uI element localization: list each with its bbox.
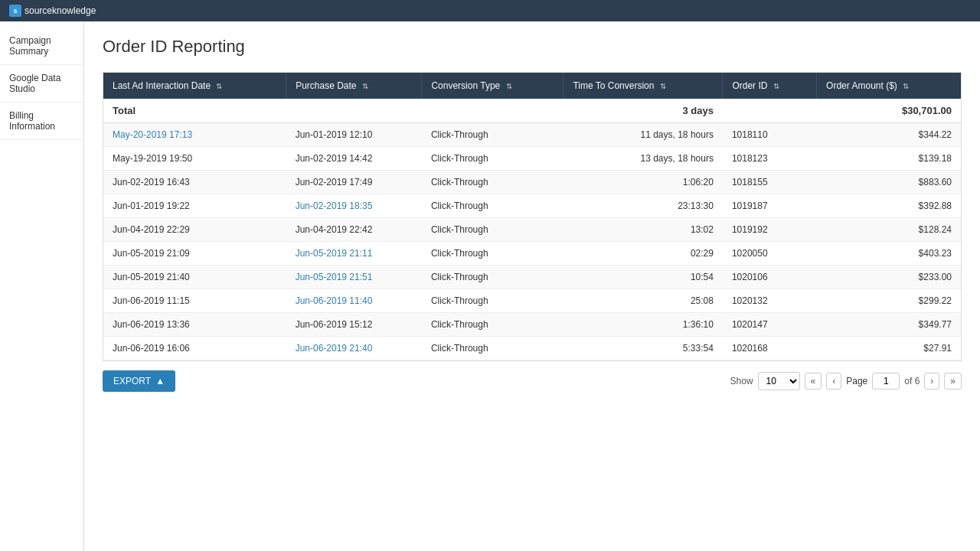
- col-purchase-date[interactable]: Purchase Date ⇅: [286, 73, 422, 99]
- sidebar-item-label: Campaign Summary: [9, 35, 51, 57]
- table-row: Jun-06-2019 11:15 Jun-06-2019 11:40 Clic…: [103, 289, 961, 313]
- cell-conversion: Click-Through: [422, 337, 564, 360]
- cell-purchase: Jun-06-2019 15:12: [286, 313, 422, 337]
- cell-purchase[interactable]: Jun-06-2019 11:40: [286, 289, 422, 313]
- cell-last-ad: Jun-01-2019 19:22: [103, 194, 286, 218]
- cell-conversion: Click-Through: [422, 242, 564, 266]
- cell-purchase[interactable]: Jun-06-2019 21:40: [286, 337, 422, 360]
- cell-order-id: 1019187: [723, 194, 817, 218]
- sort-icon: ⇅: [903, 82, 909, 90]
- sidebar: Campaign Summary Google Data Studio Bill…: [0, 21, 84, 551]
- total-label: Total: [103, 99, 286, 123]
- next-page-button[interactable]: ›: [924, 373, 939, 390]
- cell-conversion: Click-Through: [422, 194, 564, 218]
- cell-time: 10:54: [564, 266, 723, 289]
- cell-order-id: 1020147: [723, 313, 817, 337]
- cell-last-ad: Jun-06-2019 13:36: [103, 313, 286, 337]
- page-title: Order ID Reporting: [103, 37, 962, 57]
- logo-icon: s: [9, 5, 21, 17]
- sort-icon: ⇅: [362, 82, 368, 90]
- cell-amount: $883.60: [817, 171, 961, 194]
- cell-time: 13 days, 18 hours: [564, 147, 723, 171]
- cell-purchase: Jun-02-2019 14:42: [286, 147, 422, 171]
- cell-time: 1:36:10: [564, 313, 723, 337]
- cell-purchase: Jun-01-2019 12:10: [286, 123, 422, 147]
- table-header-row: Last Ad Interaction Date ⇅ Purchase Date…: [103, 73, 961, 99]
- of-pages-label: of 6: [904, 376, 920, 386]
- cell-order-id: 1020050: [723, 242, 817, 266]
- cell-amount: $403.23: [817, 242, 961, 266]
- page-label: Page: [846, 376, 867, 386]
- table-row: Jun-01-2019 19:22 Jun-02-2019 18:35 Clic…: [103, 194, 961, 218]
- cell-time: 13:02: [564, 218, 723, 242]
- data-table-container: Last Ad Interaction Date ⇅ Purchase Date…: [103, 72, 962, 361]
- cell-last-ad: Jun-06-2019 11:15: [103, 289, 286, 313]
- cell-order-id: 1018110: [723, 123, 817, 147]
- cell-purchase: Jun-04-2019 22:42: [286, 218, 422, 242]
- cell-conversion: Click-Through: [422, 123, 564, 147]
- cell-last-ad: May-19-2019 19:50: [103, 147, 286, 171]
- sidebar-item-google-data-studio[interactable]: Google Data Studio: [0, 65, 83, 103]
- cell-time: 25:08: [564, 289, 723, 313]
- col-order-id[interactable]: Order ID ⇅: [723, 73, 817, 99]
- cell-amount: $349.77: [817, 313, 961, 337]
- cell-conversion: Click-Through: [422, 313, 564, 337]
- logo: s sourceknowledge: [9, 5, 96, 17]
- topbar: s sourceknowledge: [0, 0, 980, 21]
- table-row: Jun-05-2019 21:09 Jun-05-2019 21:11 Clic…: [103, 242, 961, 266]
- cell-amount: $344.22: [817, 123, 961, 147]
- pagination-controls: Show 102550100 « ‹ Page of 6 › »: [730, 372, 962, 390]
- sidebar-item-label: Billing Information: [9, 110, 55, 132]
- logo-text: sourceknowledge: [24, 5, 96, 16]
- page-number-input[interactable]: [872, 373, 900, 390]
- cell-order-id: 1018155: [723, 171, 817, 194]
- cell-order-id: 1018123: [723, 147, 817, 171]
- col-order-amount[interactable]: Order Amount ($) ⇅: [817, 73, 961, 99]
- rows-per-page-select[interactable]: 102550100: [758, 372, 800, 390]
- cell-last-ad: Jun-02-2019 16:43: [103, 171, 286, 194]
- order-id-table: Last Ad Interaction Date ⇅ Purchase Date…: [103, 73, 961, 360]
- total-time: 3 days: [564, 99, 723, 123]
- cell-purchase[interactable]: Jun-02-2019 18:35: [286, 194, 422, 218]
- export-button[interactable]: EXPORT ▲: [103, 370, 175, 392]
- cell-amount: $299.22: [817, 289, 961, 313]
- cell-amount: $139.18: [817, 147, 961, 171]
- sort-icon: ⇅: [660, 82, 666, 90]
- cell-conversion: Click-Through: [422, 171, 564, 194]
- table-row: Jun-04-2019 22:29 Jun-04-2019 22:42 Clic…: [103, 218, 961, 242]
- table-footer: EXPORT ▲ Show 102550100 « ‹ Page of 6 › …: [103, 361, 962, 401]
- cell-purchase[interactable]: Jun-05-2019 21:11: [286, 242, 422, 266]
- cell-last-ad: Jun-05-2019 21:40: [103, 266, 286, 289]
- cell-last-ad: Jun-05-2019 21:09: [103, 242, 286, 266]
- cell-conversion: Click-Through: [422, 289, 564, 313]
- table-row: Jun-02-2019 16:43 Jun-02-2019 17:49 Clic…: [103, 171, 961, 194]
- cell-time: 5:33:54: [564, 337, 723, 360]
- table-row: Jun-06-2019 16:06 Jun-06-2019 21:40 Clic…: [103, 337, 961, 360]
- main-content: Order ID Reporting Last Ad Interaction D…: [84, 21, 980, 551]
- total-row: Total 3 days $30,701.00: [103, 99, 961, 123]
- col-time-to-conversion[interactable]: Time To Conversion ⇅: [564, 73, 723, 99]
- sidebar-item-billing-information[interactable]: Billing Information: [0, 103, 83, 140]
- cell-order-id: 1020106: [723, 266, 817, 289]
- last-page-button[interactable]: »: [944, 373, 962, 390]
- sidebar-item-campaign-summary[interactable]: Campaign Summary: [0, 28, 83, 65]
- cell-amount: $128.24: [817, 218, 961, 242]
- table-row: May-19-2019 19:50 Jun-02-2019 14:42 Clic…: [103, 147, 961, 171]
- cell-order-id: 1019192: [723, 218, 817, 242]
- cell-time: 23:13:30: [564, 194, 723, 218]
- table-row: May-20-2019 17:13 Jun-01-2019 12:10 Clic…: [103, 123, 961, 147]
- prev-page-button[interactable]: ‹: [826, 373, 841, 390]
- cell-conversion: Click-Through: [422, 266, 564, 289]
- chevron-up-icon: ▲: [155, 376, 165, 386]
- cell-last-ad[interactable]: May-20-2019 17:13: [103, 123, 286, 147]
- cell-purchase[interactable]: Jun-05-2019 21:51: [286, 266, 422, 289]
- table-row: Jun-05-2019 21:40 Jun-05-2019 21:51 Clic…: [103, 266, 961, 289]
- first-page-button[interactable]: «: [805, 373, 822, 390]
- cell-amount: $27.91: [817, 337, 961, 360]
- cell-order-id: 1020132: [723, 289, 817, 313]
- cell-order-id: 1020168: [723, 337, 817, 360]
- col-last-ad-interaction-date[interactable]: Last Ad Interaction Date ⇅: [103, 73, 286, 99]
- col-conversion-type[interactable]: Conversion Type ⇅: [422, 73, 564, 99]
- cell-last-ad: Jun-04-2019 22:29: [103, 218, 286, 242]
- sort-icon: ⇅: [216, 82, 222, 90]
